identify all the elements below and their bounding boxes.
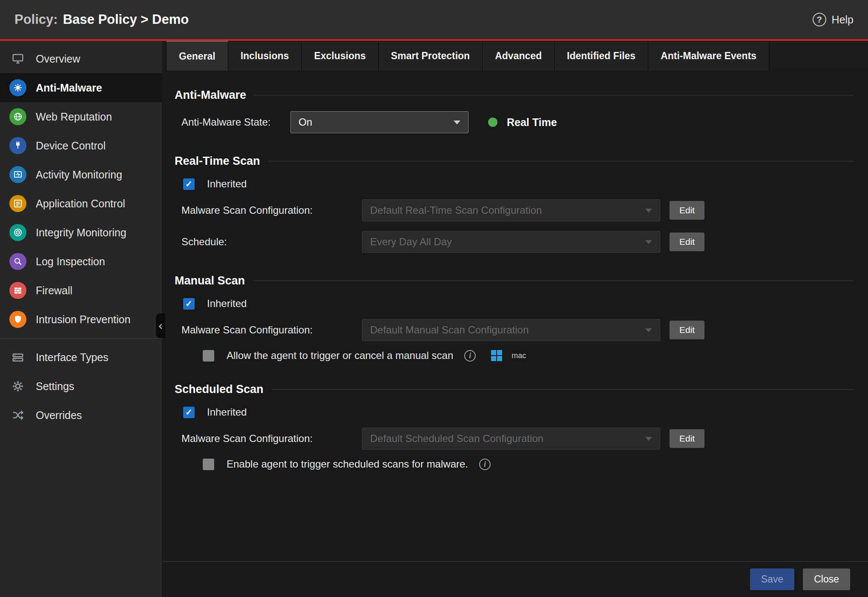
rts-config-row: Malware Scan Configuration: Default Real… bbox=[181, 199, 854, 221]
rts-schedule-row: Schedule: Every Day All Day Edit bbox=[181, 231, 854, 253]
status-dot bbox=[488, 118, 497, 127]
ms-config-label: Malware Scan Configuration: bbox=[181, 324, 362, 336]
check-icon: ✓ bbox=[185, 299, 193, 308]
web-reputation-icon bbox=[9, 108, 26, 125]
ss-inherited-label: Inherited bbox=[207, 406, 247, 418]
rts-schedule-label: Schedule: bbox=[181, 236, 362, 248]
ss-config-edit-button[interactable]: Edit bbox=[670, 429, 704, 448]
windows-logo-icon bbox=[491, 350, 502, 361]
device-control-icon bbox=[9, 137, 26, 154]
main-panel: General Inclusions Exclusions Smart Prot… bbox=[162, 41, 868, 597]
ms-inherited-checkbox[interactable]: ✓ bbox=[183, 298, 195, 310]
section-scheduled-scan-heading: Scheduled Scan bbox=[175, 383, 854, 396]
application-control-icon bbox=[9, 195, 26, 212]
info-icon[interactable]: i bbox=[464, 350, 476, 362]
section-real-time-scan-heading: Real-Time Scan bbox=[175, 155, 854, 168]
tab-advanced[interactable]: Advanced bbox=[483, 41, 555, 71]
section-anti-malware-heading: Anti-Malware bbox=[175, 89, 854, 102]
anti-malware-state-label: Anti-Malware State: bbox=[181, 116, 290, 128]
ss-config-row: Malware Scan Configuration: Default Sche… bbox=[181, 428, 854, 450]
ms-inherited-label: Inherited bbox=[207, 298, 247, 310]
ss-enable-agent-row: Enable agent to trigger scheduled scans … bbox=[203, 458, 854, 470]
sidebar-item-integrity-monitoring[interactable]: Integrity Monitoring bbox=[0, 218, 162, 247]
sidebar-item-interface-types[interactable]: Interface Types bbox=[0, 343, 162, 372]
sidebar-item-application-control[interactable]: Application Control bbox=[0, 189, 162, 218]
sidebar: Overview Anti-Malware Web Reputation Dev… bbox=[0, 41, 162, 597]
ss-enable-agent-checkbox[interactable] bbox=[203, 459, 214, 470]
sidebar-item-label: Firewall bbox=[36, 284, 72, 297]
sidebar-collapse-chevron-icon[interactable]: ‹ bbox=[156, 313, 165, 338]
sidebar-item-log-inspection[interactable]: Log Inspection bbox=[0, 247, 162, 276]
tab-bar: General Inclusions Exclusions Smart Prot… bbox=[162, 41, 868, 71]
sidebar-item-overrides[interactable]: Overrides bbox=[0, 401, 162, 430]
overview-icon bbox=[9, 50, 26, 67]
sidebar-item-firewall[interactable]: Firewall bbox=[0, 276, 162, 305]
ms-allow-agent-checkbox[interactable] bbox=[203, 350, 214, 362]
sidebar-item-web-reputation[interactable]: Web Reputation bbox=[0, 102, 162, 131]
log-inspection-icon bbox=[9, 253, 26, 270]
page-title-path: Base Policy > Demo bbox=[63, 12, 189, 27]
sidebar-item-label: Overview bbox=[36, 53, 80, 65]
ms-config-select: Default Manual Scan Configuration bbox=[362, 319, 660, 341]
ss-config-select: Default Scheduled Scan Configuration bbox=[362, 428, 660, 450]
tab-inclusions[interactable]: Inclusions bbox=[228, 41, 302, 71]
section-title: Manual Scan bbox=[175, 274, 245, 287]
info-icon[interactable]: i bbox=[479, 459, 491, 470]
ss-inherited-checkbox[interactable]: ✓ bbox=[183, 407, 195, 418]
general-tab-content: Anti-Malware Anti-Malware State: On Real… bbox=[162, 71, 868, 561]
check-icon: ✓ bbox=[185, 408, 193, 416]
rts-config-label: Malware Scan Configuration: bbox=[181, 204, 362, 216]
help-button[interactable]: ? Help bbox=[813, 13, 854, 26]
rts-inherited-checkbox[interactable]: ✓ bbox=[183, 178, 195, 190]
chevron-down-icon bbox=[645, 437, 652, 441]
save-button[interactable]: Save bbox=[750, 568, 794, 590]
chevron-down-icon bbox=[645, 209, 652, 212]
rts-config-edit-button[interactable]: Edit bbox=[670, 201, 704, 220]
sidebar-item-device-control[interactable]: Device Control bbox=[0, 131, 162, 160]
sidebar-item-anti-malware[interactable]: Anti-Malware bbox=[0, 73, 162, 102]
tab-smart-protection[interactable]: Smart Protection bbox=[379, 41, 483, 71]
ms-config-row: Malware Scan Configuration: Default Manu… bbox=[181, 319, 854, 341]
section-title: Real-Time Scan bbox=[175, 155, 260, 168]
mac-platform-label: mac bbox=[512, 351, 526, 360]
sidebar-item-overview[interactable]: Overview bbox=[0, 44, 162, 73]
sidebar-item-label: Activity Monitoring bbox=[36, 169, 122, 181]
tab-general[interactable]: General bbox=[166, 41, 228, 71]
section-manual-scan-heading: Manual Scan bbox=[175, 274, 854, 287]
section-title: Anti-Malware bbox=[175, 89, 246, 102]
rts-schedule-value: Every Day All Day bbox=[370, 236, 452, 248]
rts-schedule-edit-button[interactable]: Edit bbox=[670, 232, 704, 251]
ms-allow-agent-row: Allow the agent to trigger or cancel a m… bbox=[203, 350, 854, 362]
sidebar-item-label: Settings bbox=[36, 380, 74, 393]
sidebar-item-label: Application Control bbox=[36, 198, 125, 210]
page-title-prefix: Policy: bbox=[14, 12, 58, 27]
anti-malware-state-value: On bbox=[299, 116, 312, 128]
rts-inherited-row: ✓ Inherited bbox=[183, 178, 854, 190]
close-button[interactable]: Close bbox=[803, 568, 850, 590]
anti-malware-state-select[interactable]: On bbox=[290, 111, 468, 133]
chevron-down-icon bbox=[645, 240, 652, 244]
sidebar-item-intrusion-prevention[interactable]: Intrusion Prevention bbox=[0, 305, 162, 334]
rts-schedule-select: Every Day All Day bbox=[362, 231, 660, 253]
anti-malware-icon bbox=[9, 79, 26, 96]
ms-config-edit-button[interactable]: Edit bbox=[670, 321, 704, 339]
tab-identified-files[interactable]: Identified Files bbox=[555, 41, 648, 71]
section-rule bbox=[254, 95, 854, 95]
sidebar-divider bbox=[0, 338, 162, 339]
section-rule bbox=[253, 281, 854, 281]
sidebar-item-label: Anti-Malware bbox=[36, 82, 102, 94]
interface-types-icon bbox=[9, 349, 26, 366]
ms-config-value: Default Manual Scan Configuration bbox=[370, 324, 529, 336]
integrity-monitoring-icon bbox=[9, 224, 26, 241]
activity-monitoring-icon bbox=[9, 166, 26, 183]
overrides-shuffle-icon bbox=[9, 407, 26, 424]
sidebar-item-label: Overrides bbox=[36, 409, 82, 422]
tab-exclusions[interactable]: Exclusions bbox=[302, 41, 378, 71]
sidebar-item-settings[interactable]: Settings bbox=[0, 372, 162, 401]
sidebar-item-activity-monitoring[interactable]: Activity Monitoring bbox=[0, 160, 162, 189]
header: Policy:Base Policy > Demo ? Help bbox=[0, 0, 868, 39]
sidebar-item-label: Device Control bbox=[36, 140, 106, 152]
sidebar-item-label: Integrity Monitoring bbox=[36, 227, 126, 239]
tab-anti-malware-events[interactable]: Anti-Malware Events bbox=[648, 41, 769, 71]
ss-inherited-row: ✓ Inherited bbox=[183, 406, 854, 418]
